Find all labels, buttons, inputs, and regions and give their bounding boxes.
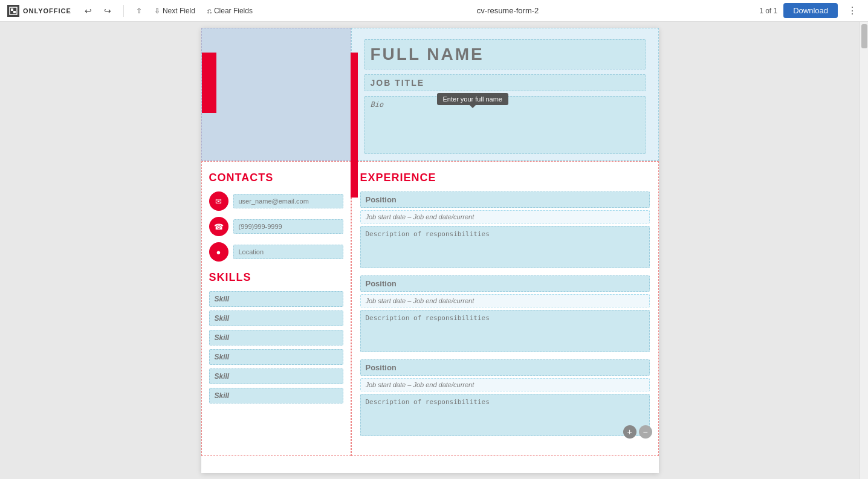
experience-entry-2 bbox=[360, 275, 650, 352]
download-button[interactable]: Download bbox=[783, 3, 838, 18]
experience-title: EXPERIENCE bbox=[360, 172, 650, 184]
entry-controls: + − bbox=[623, 425, 652, 439]
redo-button[interactable]: ↪ bbox=[100, 5, 115, 17]
tooltip: Enter your full name bbox=[437, 93, 508, 105]
location-row: ● bbox=[209, 242, 343, 262]
prev-field-button[interactable]: ⇧ bbox=[132, 5, 146, 16]
name-area: Enter your full name bbox=[351, 28, 659, 161]
right-column: EXPERIENCE + bbox=[351, 161, 659, 456]
main-area: Enter your full name CONTACTS ✉ ☎ bbox=[0, 22, 860, 479]
phone-row: ☎ bbox=[209, 217, 343, 236]
job-title-input[interactable] bbox=[364, 74, 646, 91]
email-input[interactable] bbox=[233, 194, 343, 208]
skill-input-2[interactable] bbox=[209, 310, 343, 326]
undo-button[interactable]: ↩ bbox=[81, 5, 96, 17]
dates-input-2[interactable] bbox=[360, 294, 650, 307]
email-row: ✉ bbox=[209, 191, 343, 211]
doc-header: Enter your full name bbox=[201, 28, 659, 161]
dates-input-3[interactable] bbox=[360, 378, 650, 391]
scroll-thumb bbox=[861, 24, 867, 48]
scrollbar[interactable] bbox=[860, 22, 868, 479]
document: Enter your full name CONTACTS ✉ ☎ bbox=[201, 28, 659, 473]
position-input-2[interactable] bbox=[360, 275, 650, 292]
svg-rect-1 bbox=[11, 8, 13, 11]
add-entry-button[interactable]: + bbox=[623, 425, 636, 439]
redo-icon: ↪ bbox=[104, 6, 111, 16]
experience-entry-3: + − bbox=[360, 359, 650, 439]
dates-input-1[interactable] bbox=[360, 210, 650, 223]
location-icon: ● bbox=[209, 242, 228, 262]
location-input[interactable] bbox=[233, 245, 343, 259]
toolbar-divider bbox=[123, 5, 124, 17]
up-arrow-icon: ⇧ bbox=[136, 7, 142, 15]
skill-input-4[interactable] bbox=[209, 349, 343, 365]
phone-input[interactable] bbox=[233, 219, 343, 234]
desc-input-1[interactable] bbox=[360, 226, 650, 268]
clear-fields-button[interactable]: ⎌ Clear Fields bbox=[204, 5, 256, 16]
red-accent-left bbox=[202, 53, 216, 113]
clear-icon: ⎌ bbox=[207, 7, 212, 15]
phone-icon: ☎ bbox=[209, 217, 228, 236]
toolbar-right: 1 of 1 Download ⋮ bbox=[759, 3, 861, 18]
logo-icon bbox=[7, 5, 19, 17]
doc-body: CONTACTS ✉ ☎ ● SKILLS bbox=[201, 161, 659, 456]
experience-entry-1 bbox=[360, 191, 650, 268]
skill-input-1[interactable] bbox=[209, 291, 343, 307]
desc-input-3[interactable] bbox=[360, 394, 650, 436]
left-column: CONTACTS ✉ ☎ ● SKILLS bbox=[201, 161, 351, 456]
toolbar: ONLYOFFICE ↩ ↪ ⇧ ⇩ Next Field ⎌ Clear Fi… bbox=[0, 0, 868, 22]
skills-section: SKILLS bbox=[209, 271, 343, 403]
contacts-title: CONTACTS bbox=[209, 172, 343, 184]
desc-input-2[interactable] bbox=[360, 310, 650, 352]
down-arrow-icon: ⇩ bbox=[154, 7, 160, 15]
skill-input-3[interactable] bbox=[209, 330, 343, 346]
remove-entry-button[interactable]: − bbox=[639, 425, 652, 439]
skills-title: SKILLS bbox=[209, 271, 343, 284]
logo-text: ONLYOFFICE bbox=[23, 7, 71, 14]
document-name: cv-resume-form-2 bbox=[261, 6, 754, 15]
svg-rect-2 bbox=[13, 11, 16, 13]
page-count: 1 of 1 bbox=[759, 7, 777, 15]
photo-area bbox=[201, 28, 351, 161]
full-name-input[interactable] bbox=[364, 39, 646, 69]
position-input-3[interactable] bbox=[360, 359, 650, 376]
email-icon: ✉ bbox=[209, 191, 228, 211]
skill-input-5[interactable] bbox=[209, 368, 343, 384]
undo-icon: ↩ bbox=[85, 6, 92, 16]
position-input-1[interactable] bbox=[360, 191, 650, 208]
skill-input-6[interactable] bbox=[209, 388, 343, 403]
red-accent-right bbox=[351, 53, 358, 198]
next-field-button[interactable]: ⇩ Next Field bbox=[151, 5, 199, 16]
logo: ONLYOFFICE bbox=[7, 5, 71, 17]
more-options-button[interactable]: ⋮ bbox=[844, 4, 861, 18]
